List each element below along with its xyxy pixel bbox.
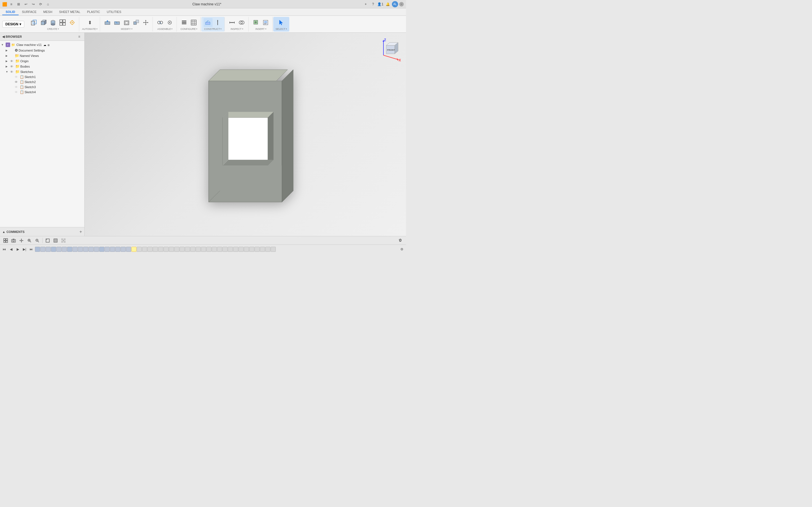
- modify-shell[interactable]: [122, 18, 131, 27]
- configure-parameters[interactable]: [180, 18, 189, 27]
- notification-button[interactable]: 🔔: [385, 1, 391, 7]
- timeline-item[interactable]: [174, 247, 179, 252]
- tree-item-sketch1[interactable]: 👁 📋 Sketch1: [0, 74, 84, 79]
- timeline-play[interactable]: ▶: [15, 246, 21, 252]
- timeline-item[interactable]: [153, 247, 158, 252]
- modify-scale[interactable]: [132, 18, 141, 27]
- eye-sketch3[interactable]: 👁: [15, 86, 19, 89]
- timeline-item[interactable]: [94, 247, 99, 252]
- timeline-item[interactable]: [265, 247, 270, 252]
- tree-item-sketch3[interactable]: 👁 📋 Sketch3: [0, 84, 84, 90]
- timeline-item[interactable]: [233, 247, 238, 252]
- tab-solid[interactable]: SOLID: [2, 9, 18, 15]
- timeline-item[interactable]: [249, 247, 254, 252]
- zoom-fit-btn[interactable]: [26, 237, 33, 244]
- timeline-item[interactable]: [35, 247, 40, 252]
- view-cube[interactable]: Z X FRONT: [378, 38, 400, 61]
- tree-item-origin[interactable]: ▶ 👁 📁 Origin: [0, 58, 84, 64]
- timeline-item[interactable]: [244, 247, 249, 252]
- inspect-label[interactable]: INSPECT ▾: [231, 27, 243, 31]
- timeline-item[interactable]: [142, 247, 147, 252]
- modify-label[interactable]: MODIFY ▾: [121, 27, 133, 31]
- insert-canvas[interactable]: [261, 18, 270, 27]
- timeline-item[interactable]: [72, 247, 78, 252]
- assemble-as-built[interactable]: [165, 18, 174, 27]
- timeline-item[interactable]: [190, 247, 195, 252]
- display-mode-btn[interactable]: [44, 237, 51, 244]
- create-transform[interactable]: [58, 18, 67, 27]
- timeline-item[interactable]: [260, 247, 265, 252]
- timeline-item[interactable]: [99, 247, 104, 252]
- help-button[interactable]: ?: [370, 1, 376, 7]
- redo-button[interactable]: ↪: [30, 1, 36, 7]
- modify-move[interactable]: [141, 18, 150, 27]
- inspect-measure[interactable]: [227, 18, 237, 27]
- refresh-button[interactable]: ⟳: [38, 1, 44, 7]
- timeline-item[interactable]: [271, 247, 276, 252]
- timeline-item[interactable]: [56, 247, 61, 252]
- create-new-component[interactable]: [29, 18, 38, 27]
- tree-item-sketches[interactable]: ▼ 👁 📁 Sketches: [0, 69, 84, 74]
- inspect-interference[interactable]: [237, 18, 246, 27]
- timeline-item[interactable]: [180, 247, 185, 252]
- menu-button[interactable]: ≡: [8, 1, 14, 7]
- timeline-item[interactable]: [163, 247, 168, 252]
- tree-item-doc-settings[interactable]: ▶ ⚙ Document Settings: [0, 48, 84, 53]
- timeline-item[interactable]: [196, 247, 201, 252]
- visual-style-btn[interactable]: [52, 237, 59, 244]
- timeline-item[interactable]: [147, 247, 153, 252]
- create-label[interactable]: CREATE ▾: [47, 27, 59, 31]
- create-cylinder[interactable]: [49, 18, 57, 27]
- timeline-item[interactable]: [62, 247, 67, 252]
- configure-table[interactable]: [189, 18, 198, 27]
- timeline-item[interactable]: [83, 247, 88, 252]
- tab-surface[interactable]: SURFACE: [18, 9, 40, 15]
- timeline-item[interactable]: [40, 247, 45, 252]
- timeline-end[interactable]: ⏭: [28, 246, 35, 252]
- eye-sketch4[interactable]: 👁: [15, 91, 19, 94]
- timeline-start[interactable]: ⏮: [1, 246, 7, 252]
- tree-item-root[interactable]: ▼ F 📁 Claw machine v11 ☁ ◉: [0, 42, 84, 48]
- assemble-label[interactable]: ASSEMBLE ▾: [157, 27, 173, 31]
- timeline-item[interactable]: [126, 247, 131, 252]
- camera-btn[interactable]: [10, 237, 17, 244]
- viewport[interactable]: Z X FRONT: [85, 33, 406, 236]
- design-dropdown[interactable]: DESIGN ▾: [2, 21, 24, 27]
- timeline-item[interactable]: [89, 247, 94, 252]
- timeline-item[interactable]: [185, 247, 190, 252]
- timeline-item[interactable]: [212, 247, 217, 252]
- select-label[interactable]: SELECT ▾: [275, 27, 287, 31]
- timeline-item[interactable]: [228, 247, 233, 252]
- tab-plastic[interactable]: PLASTIC: [84, 9, 103, 15]
- timeline-item[interactable]: [51, 247, 56, 252]
- timeline-next-step[interactable]: ▶|: [21, 246, 28, 252]
- eye-sketch1[interactable]: 👁: [15, 75, 19, 78]
- insert-label[interactable]: INSERT ▾: [255, 27, 266, 31]
- timeline-item[interactable]: [169, 247, 174, 252]
- grid-display-btn[interactable]: [60, 237, 67, 244]
- pan-btn[interactable]: [18, 237, 25, 244]
- undo-button[interactable]: ↩: [23, 1, 29, 7]
- timeline-item[interactable]: [222, 247, 227, 252]
- eye-bodies[interactable]: 👁: [10, 65, 15, 68]
- construct-label[interactable]: CONSTRUCT ▾: [204, 27, 222, 31]
- grid-snap-btn[interactable]: [2, 237, 9, 244]
- create-pattern[interactable]: [68, 18, 77, 27]
- tree-item-named-views[interactable]: ▶ 📁 Named Views: [0, 53, 84, 58]
- timeline-item[interactable]: [46, 247, 51, 252]
- timeline-item[interactable]: [137, 247, 142, 252]
- timeline-item[interactable]: [255, 247, 260, 252]
- timeline-item[interactable]: [206, 247, 211, 252]
- user-count[interactable]: 👤1: [377, 1, 384, 7]
- timeline-item[interactable]: [121, 247, 126, 252]
- tree-item-sketch4[interactable]: 👁 📋 Sketch4: [0, 90, 84, 95]
- eye-sketches[interactable]: 👁: [10, 70, 15, 73]
- automate-icon[interactable]: [86, 18, 94, 27]
- automate-label[interactable]: AUTOMATE ▾: [82, 27, 98, 31]
- windows-button[interactable]: ⊞: [15, 1, 22, 7]
- browser-menu-btn[interactable]: ≡: [77, 34, 82, 40]
- assemble-joint[interactable]: [156, 18, 165, 27]
- timeline-item[interactable]: [78, 247, 83, 252]
- timeline-item[interactable]: [158, 247, 163, 252]
- timeline-item[interactable]: [67, 247, 72, 252]
